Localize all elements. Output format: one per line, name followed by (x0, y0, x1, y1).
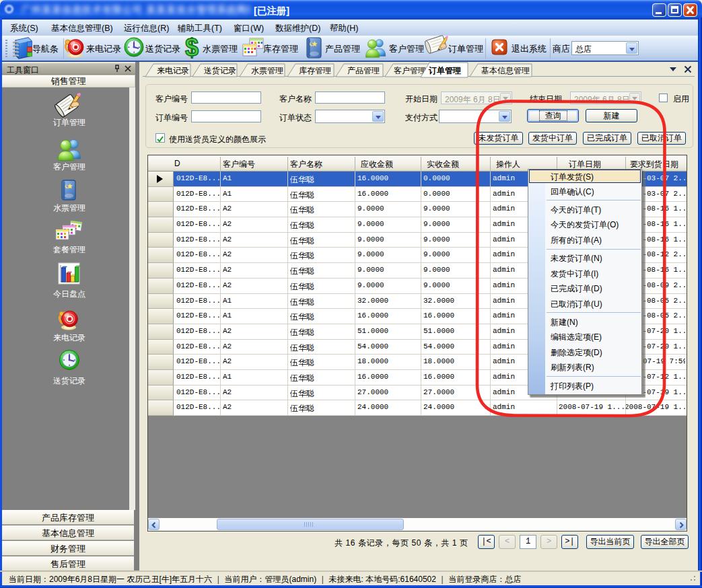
svg-text:水票管理: 水票管理 (251, 66, 283, 75)
svg-text:来电记录: 来电记录 (53, 333, 85, 342)
svg-text:产品管理: 产品管理 (347, 66, 380, 75)
svg-text:$: $ (185, 34, 199, 61)
svg-text:客户管理: 客户管理 (394, 66, 426, 75)
svg-text:今日盘点: 今日盘点 (53, 289, 85, 299)
svg-text:来电记录: 来电记录 (157, 66, 189, 75)
svg-text:订单管理: 订单管理 (428, 66, 461, 75)
svg-text:套餐管理: 套餐管理 (53, 245, 85, 254)
svg-text:订单管理: 订单管理 (53, 118, 85, 127)
svg-text:送货记录: 送货记录 (53, 376, 85, 385)
svg-text:基本信息管理: 基本信息管理 (481, 66, 530, 75)
svg-text:客户管理: 客户管理 (53, 162, 85, 172)
svg-text:库存管理: 库存管理 (299, 66, 331, 75)
svg-text:水票管理: 水票管理 (53, 203, 85, 213)
svg-text:送货记录: 送货记录 (204, 66, 236, 75)
